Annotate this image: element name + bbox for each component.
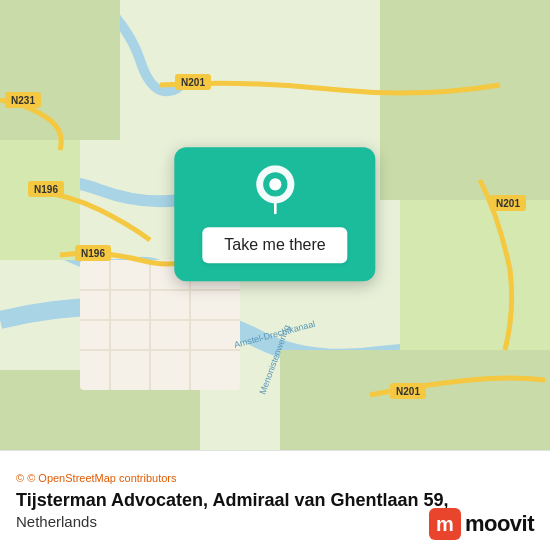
svg-text:N201: N201 — [396, 386, 420, 397]
map-area: N201 N201 N201 N196 N196 N231 Amstel-Dre… — [0, 0, 550, 450]
svg-point-30 — [269, 178, 281, 190]
svg-rect-1 — [0, 0, 120, 140]
svg-text:N201: N201 — [496, 198, 520, 209]
svg-text:N196: N196 — [81, 248, 105, 259]
openstreetmap-credit: © — [16, 472, 24, 484]
svg-rect-3 — [380, 0, 550, 200]
openstreetmap-text: © OpenStreetMap contributors — [27, 472, 176, 484]
app-container: N201 N201 N201 N196 N196 N231 Amstel-Dre… — [0, 0, 550, 550]
svg-text:m: m — [436, 513, 454, 535]
map-attribution: © © OpenStreetMap contributors — [16, 472, 534, 484]
moovit-text: moovit — [465, 511, 534, 537]
svg-rect-6 — [280, 350, 550, 450]
location-pin-icon — [249, 165, 301, 217]
moovit-logo: m moovit — [429, 508, 534, 540]
svg-text:N231: N231 — [11, 95, 35, 106]
take-me-there-button[interactable]: Take me there — [202, 227, 347, 263]
bottom-bar: © © OpenStreetMap contributors Tijsterma… — [0, 450, 550, 550]
location-card: Take me there — [174, 147, 375, 281]
svg-text:N201: N201 — [181, 77, 205, 88]
svg-text:N196: N196 — [34, 184, 58, 195]
moovit-icon: m — [429, 508, 461, 540]
